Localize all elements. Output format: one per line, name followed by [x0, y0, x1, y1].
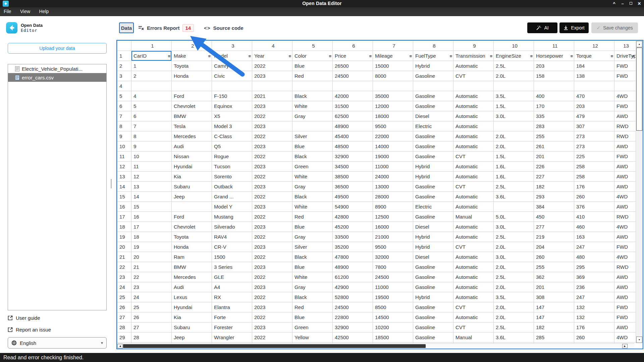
grid-cell[interactable]: 28 [131, 333, 172, 343]
grid-cell[interactable]: 2.0L [494, 131, 534, 141]
grid-cell[interactable]: 2023 [252, 202, 292, 212]
grid-cell[interactable]: AWD [614, 162, 636, 172]
grid-cell[interactable]: RWD [614, 121, 636, 131]
grid-cell[interactable]: Hybrid [413, 172, 453, 182]
menu-help[interactable]: Help [36, 7, 53, 16]
grid-cell[interactable]: 184 [574, 61, 614, 71]
grid-cell[interactable]: 273 [574, 131, 614, 141]
column-number[interactable]: 4 [252, 41, 292, 51]
grid-cell[interactable]: A4 [212, 282, 252, 292]
grid-cell[interactable]: 26 [131, 312, 172, 322]
grid-cell[interactable]: 2.0L [494, 312, 534, 322]
grid-cell[interactable]: 19500 [373, 292, 413, 302]
vertical-scroll-thumb[interactable] [636, 48, 642, 131]
grid-cell[interactable]: CVT [453, 71, 494, 81]
column-menu-icon[interactable]: ≡ [632, 54, 635, 58]
grid-cell[interactable]: 10 [131, 152, 172, 162]
grid-cell[interactable]: 201 [534, 152, 574, 162]
grid-cell[interactable]: 14500 [373, 312, 413, 322]
grid-cell[interactable]: 34500 [333, 162, 373, 172]
grid-cell[interactable]: 2.0L [494, 71, 534, 81]
grid-cell[interactable] [292, 121, 333, 131]
grid-cell[interactable]: Automatic [453, 162, 494, 172]
vertical-scrollbar[interactable]: ▲ ▼ [636, 41, 643, 343]
grid-cell[interactable]: 7 [131, 121, 172, 131]
grid-cell[interactable]: 12500 [373, 212, 413, 222]
grid-cell[interactable]: Mercedes [172, 272, 212, 282]
column-menu-icon[interactable]: ≡ [570, 54, 573, 58]
grid-cell[interactable]: 27 [131, 322, 172, 333]
grid-cell[interactable]: 23 [131, 282, 172, 292]
grid-cell[interactable]: Automatic [453, 222, 494, 232]
column-menu-icon[interactable]: ≡ [329, 54, 331, 58]
grid-cell[interactable]: 247 [574, 292, 614, 302]
grid-cell[interactable]: 13000 [373, 182, 413, 192]
grid-cell[interactable]: 11000 [373, 282, 413, 292]
grid-cell[interactable]: AWD [614, 182, 636, 192]
grid-cell[interactable]: FWD [614, 312, 636, 322]
grid-cell[interactable]: 2.5L [494, 232, 534, 242]
grid-cell[interactable]: 12 [131, 172, 172, 182]
row-number[interactable]: 19 [117, 232, 131, 242]
grid-cell[interactable]: 170 [534, 101, 574, 111]
grid-cell[interactable]: 260 [574, 192, 614, 202]
row-number[interactable]: 16 [117, 202, 131, 212]
grid-cell[interactable]: 9500 [373, 121, 413, 131]
grid-cell[interactable]: 293 [534, 192, 574, 202]
grid-cell[interactable]: Green [292, 322, 333, 333]
row-number[interactable]: 25 [117, 292, 131, 302]
column-header-cell[interactable]: EngineSize≡ [494, 51, 534, 61]
grid-cell[interactable]: 163 [574, 232, 614, 242]
grid-cell[interactable]: 14 [131, 192, 172, 202]
grid-cell[interactable]: Gray [292, 111, 333, 121]
column-number[interactable]: 3 [212, 41, 252, 51]
grid-cell[interactable]: 255 [534, 131, 574, 141]
grid-cell[interactable]: White [292, 172, 333, 182]
grid-cell[interactable] [494, 121, 534, 131]
grid-cell[interactable]: Q5 [212, 141, 252, 152]
tab-data[interactable]: Data [119, 22, 134, 33]
grid-cell[interactable]: 24 [131, 292, 172, 302]
column-number[interactable]: 7 [373, 41, 413, 51]
grid-cell[interactable]: Automatic [453, 91, 494, 101]
grid-cell[interactable]: AWD [614, 322, 636, 333]
grid-cell[interactable]: Forester [212, 322, 252, 333]
grid-cell[interactable]: RWD [614, 262, 636, 272]
grid-cell[interactable]: AWD [614, 172, 636, 182]
grid-cell[interactable]: Automatic [453, 282, 494, 292]
grid-cell[interactable]: 2.5L [494, 61, 534, 71]
grid-cell[interactable]: 17 [131, 222, 172, 232]
grid-cell[interactable]: 260 [534, 252, 574, 262]
grid-cell[interactable]: 2022 [252, 131, 292, 141]
grid-cell[interactable]: White [292, 101, 333, 111]
grid-cell[interactable]: Hybrid [413, 61, 453, 71]
row-number[interactable]: 23 [117, 272, 131, 282]
grid-cell[interactable]: 335 [534, 111, 574, 121]
grid-cell[interactable]: 16000 [373, 222, 413, 232]
grid-cell[interactable]: 1.6L [494, 172, 534, 182]
grid-cell[interactable]: CVT [453, 182, 494, 192]
grid-cell[interactable]: Ford [172, 91, 212, 101]
close-icon[interactable]: × [637, 0, 642, 7]
report-issue-link[interactable]: Report an issue [8, 327, 51, 333]
grid-cell[interactable]: 15000 [373, 61, 413, 71]
grid-cell[interactable]: 4WD [614, 222, 636, 232]
column-header-cell[interactable]: Model≡ [212, 51, 252, 61]
grid-cell[interactable]: Automatic [453, 111, 494, 121]
grid-cell[interactable]: Blue [292, 312, 333, 322]
row-number[interactable]: 17 [117, 212, 131, 222]
grid-cell[interactable]: 14000 [373, 141, 413, 152]
column-header-cell[interactable]: Year≡ [252, 51, 292, 61]
grid-cell[interactable]: 3.0L [494, 111, 534, 121]
grid-cell[interactable]: Gray [292, 182, 333, 192]
grid-cell[interactable]: Hybrid [413, 232, 453, 242]
grid-cell[interactable]: Automatic [453, 101, 494, 111]
grid-cell[interactable] [252, 81, 292, 91]
grid-cell[interactable]: 295 [574, 262, 614, 272]
grid-cell[interactable]: 2022 [252, 252, 292, 262]
language-select[interactable]: English ▾ [8, 337, 107, 349]
grid-cell[interactable]: Gasoline [413, 101, 453, 111]
grid-cell[interactable]: Automatic [453, 141, 494, 152]
grid-cell[interactable]: Model 3 [212, 121, 252, 131]
grid-cell[interactable]: 225 [574, 152, 614, 162]
